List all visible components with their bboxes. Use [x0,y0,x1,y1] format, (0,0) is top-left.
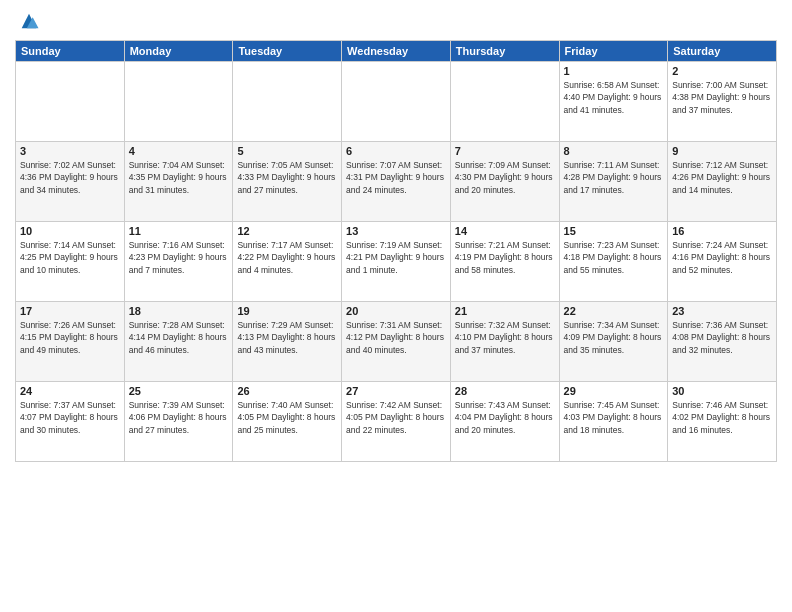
calendar-cell: 22Sunrise: 7:34 AM Sunset: 4:09 PM Dayli… [559,302,668,382]
day-number: 15 [564,225,664,237]
day-number: 2 [672,65,772,77]
day-info: Sunrise: 7:26 AM Sunset: 4:15 PM Dayligh… [20,319,120,356]
day-number: 17 [20,305,120,317]
day-info: Sunrise: 7:45 AM Sunset: 4:03 PM Dayligh… [564,399,664,436]
calendar-cell: 8Sunrise: 7:11 AM Sunset: 4:28 PM Daylig… [559,142,668,222]
week-row-5: 24Sunrise: 7:37 AM Sunset: 4:07 PM Dayli… [16,382,777,462]
week-row-2: 3Sunrise: 7:02 AM Sunset: 4:36 PM Daylig… [16,142,777,222]
day-number: 23 [672,305,772,317]
calendar-cell [16,62,125,142]
page: SundayMondayTuesdayWednesdayThursdayFrid… [0,0,792,612]
weekday-header-sunday: Sunday [16,41,125,62]
day-number: 13 [346,225,446,237]
calendar-cell [124,62,233,142]
calendar-cell: 14Sunrise: 7:21 AM Sunset: 4:19 PM Dayli… [450,222,559,302]
calendar-cell: 17Sunrise: 7:26 AM Sunset: 4:15 PM Dayli… [16,302,125,382]
day-number: 10 [20,225,120,237]
weekday-header-tuesday: Tuesday [233,41,342,62]
calendar-cell: 13Sunrise: 7:19 AM Sunset: 4:21 PM Dayli… [342,222,451,302]
day-number: 21 [455,305,555,317]
week-row-1: 1Sunrise: 6:58 AM Sunset: 4:40 PM Daylig… [16,62,777,142]
calendar-cell: 2Sunrise: 7:00 AM Sunset: 4:38 PM Daylig… [668,62,777,142]
day-number: 20 [346,305,446,317]
day-info: Sunrise: 7:11 AM Sunset: 4:28 PM Dayligh… [564,159,664,196]
day-info: Sunrise: 7:02 AM Sunset: 4:36 PM Dayligh… [20,159,120,196]
day-info: Sunrise: 7:42 AM Sunset: 4:05 PM Dayligh… [346,399,446,436]
day-number: 22 [564,305,664,317]
day-number: 11 [129,225,229,237]
day-info: Sunrise: 6:58 AM Sunset: 4:40 PM Dayligh… [564,79,664,116]
day-number: 24 [20,385,120,397]
day-info: Sunrise: 7:16 AM Sunset: 4:23 PM Dayligh… [129,239,229,276]
calendar-cell: 12Sunrise: 7:17 AM Sunset: 4:22 PM Dayli… [233,222,342,302]
day-info: Sunrise: 7:04 AM Sunset: 4:35 PM Dayligh… [129,159,229,196]
day-number: 6 [346,145,446,157]
logo [15,14,40,32]
calendar-cell: 28Sunrise: 7:43 AM Sunset: 4:04 PM Dayli… [450,382,559,462]
calendar: SundayMondayTuesdayWednesdayThursdayFrid… [15,40,777,462]
day-number: 5 [237,145,337,157]
calendar-cell: 29Sunrise: 7:45 AM Sunset: 4:03 PM Dayli… [559,382,668,462]
day-info: Sunrise: 7:07 AM Sunset: 4:31 PM Dayligh… [346,159,446,196]
day-number: 8 [564,145,664,157]
calendar-cell: 4Sunrise: 7:04 AM Sunset: 4:35 PM Daylig… [124,142,233,222]
calendar-cell: 24Sunrise: 7:37 AM Sunset: 4:07 PM Dayli… [16,382,125,462]
day-info: Sunrise: 7:09 AM Sunset: 4:30 PM Dayligh… [455,159,555,196]
weekday-header-thursday: Thursday [450,41,559,62]
day-info: Sunrise: 7:32 AM Sunset: 4:10 PM Dayligh… [455,319,555,356]
week-row-4: 17Sunrise: 7:26 AM Sunset: 4:15 PM Dayli… [16,302,777,382]
calendar-cell [450,62,559,142]
calendar-cell: 10Sunrise: 7:14 AM Sunset: 4:25 PM Dayli… [16,222,125,302]
calendar-cell [233,62,342,142]
weekday-header-row: SundayMondayTuesdayWednesdayThursdayFrid… [16,41,777,62]
calendar-cell [342,62,451,142]
day-number: 1 [564,65,664,77]
calendar-cell: 9Sunrise: 7:12 AM Sunset: 4:26 PM Daylig… [668,142,777,222]
day-number: 26 [237,385,337,397]
day-info: Sunrise: 7:34 AM Sunset: 4:09 PM Dayligh… [564,319,664,356]
day-info: Sunrise: 7:43 AM Sunset: 4:04 PM Dayligh… [455,399,555,436]
day-number: 14 [455,225,555,237]
calendar-cell: 3Sunrise: 7:02 AM Sunset: 4:36 PM Daylig… [16,142,125,222]
calendar-cell: 18Sunrise: 7:28 AM Sunset: 4:14 PM Dayli… [124,302,233,382]
day-number: 29 [564,385,664,397]
calendar-cell: 16Sunrise: 7:24 AM Sunset: 4:16 PM Dayli… [668,222,777,302]
day-info: Sunrise: 7:31 AM Sunset: 4:12 PM Dayligh… [346,319,446,356]
weekday-header-monday: Monday [124,41,233,62]
calendar-cell: 20Sunrise: 7:31 AM Sunset: 4:12 PM Dayli… [342,302,451,382]
weekday-header-friday: Friday [559,41,668,62]
header [15,10,777,32]
day-number: 7 [455,145,555,157]
calendar-cell: 5Sunrise: 7:05 AM Sunset: 4:33 PM Daylig… [233,142,342,222]
day-info: Sunrise: 7:36 AM Sunset: 4:08 PM Dayligh… [672,319,772,356]
day-info: Sunrise: 7:21 AM Sunset: 4:19 PM Dayligh… [455,239,555,276]
day-info: Sunrise: 7:00 AM Sunset: 4:38 PM Dayligh… [672,79,772,116]
day-info: Sunrise: 7:12 AM Sunset: 4:26 PM Dayligh… [672,159,772,196]
day-info: Sunrise: 7:39 AM Sunset: 4:06 PM Dayligh… [129,399,229,436]
day-info: Sunrise: 7:28 AM Sunset: 4:14 PM Dayligh… [129,319,229,356]
day-number: 16 [672,225,772,237]
day-number: 27 [346,385,446,397]
day-info: Sunrise: 7:05 AM Sunset: 4:33 PM Dayligh… [237,159,337,196]
day-info: Sunrise: 7:29 AM Sunset: 4:13 PM Dayligh… [237,319,337,356]
day-info: Sunrise: 7:17 AM Sunset: 4:22 PM Dayligh… [237,239,337,276]
day-number: 28 [455,385,555,397]
calendar-cell: 30Sunrise: 7:46 AM Sunset: 4:02 PM Dayli… [668,382,777,462]
calendar-cell: 6Sunrise: 7:07 AM Sunset: 4:31 PM Daylig… [342,142,451,222]
calendar-cell: 1Sunrise: 6:58 AM Sunset: 4:40 PM Daylig… [559,62,668,142]
day-number: 3 [20,145,120,157]
weekday-header-saturday: Saturday [668,41,777,62]
calendar-cell: 26Sunrise: 7:40 AM Sunset: 4:05 PM Dayli… [233,382,342,462]
day-number: 9 [672,145,772,157]
day-number: 25 [129,385,229,397]
calendar-cell: 7Sunrise: 7:09 AM Sunset: 4:30 PM Daylig… [450,142,559,222]
day-info: Sunrise: 7:46 AM Sunset: 4:02 PM Dayligh… [672,399,772,436]
day-info: Sunrise: 7:37 AM Sunset: 4:07 PM Dayligh… [20,399,120,436]
day-number: 4 [129,145,229,157]
calendar-cell: 27Sunrise: 7:42 AM Sunset: 4:05 PM Dayli… [342,382,451,462]
day-number: 18 [129,305,229,317]
calendar-cell: 25Sunrise: 7:39 AM Sunset: 4:06 PM Dayli… [124,382,233,462]
calendar-cell: 19Sunrise: 7:29 AM Sunset: 4:13 PM Dayli… [233,302,342,382]
day-info: Sunrise: 7:24 AM Sunset: 4:16 PM Dayligh… [672,239,772,276]
calendar-cell: 23Sunrise: 7:36 AM Sunset: 4:08 PM Dayli… [668,302,777,382]
